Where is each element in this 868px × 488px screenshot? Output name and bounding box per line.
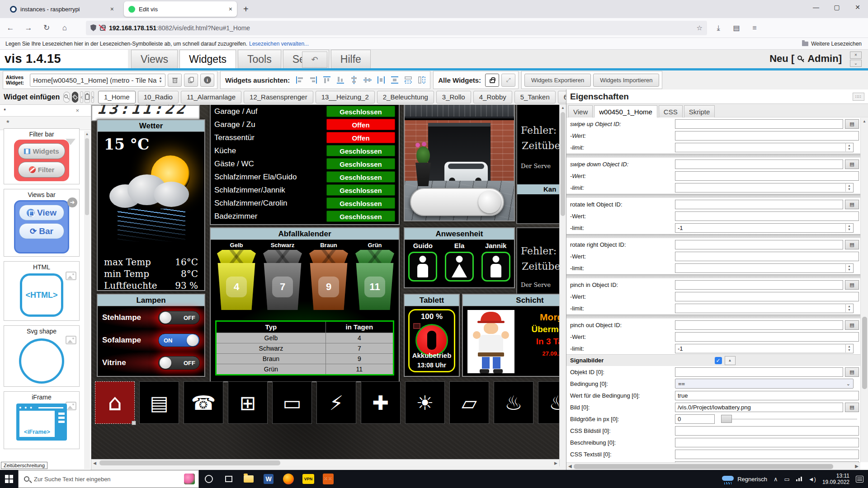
property-input[interactable] [675, 200, 843, 209]
lamp-toggle[interactable]: ON [158, 333, 200, 347]
dashboard-nav-tile[interactable]: ♨ [494, 381, 533, 424]
dashboard-nav-tile[interactable]: ▤ [139, 381, 179, 424]
taskbar-clock[interactable]: 13:11 19.09.2022 [822, 473, 849, 485]
paste-view-button[interactable] [85, 91, 90, 103]
back-icon[interactable]: ← [3, 21, 18, 35]
object-id-picker-button[interactable]: ▤ [845, 200, 859, 209]
tab-close-icon[interactable]: × [110, 5, 114, 13]
view-tab[interactable]: 3_Rollo [436, 91, 471, 103]
task-view-button[interactable] [219, 470, 239, 488]
widgets-export-button[interactable]: Widgets Exportieren [524, 74, 591, 87]
widget-card-iframe[interactable]: iFrame ● ● ● <iFrame> [4, 391, 80, 449]
downloads-icon[interactable]: ⤓ [712, 24, 725, 32]
canvas-horizontal-scrollbar[interactable]: ◀▶ [91, 459, 559, 466]
properties-tab[interactable]: Skripte [684, 105, 715, 117]
property-input[interactable] [675, 131, 859, 141]
property-input[interactable] [675, 438, 859, 447]
manage-bookmarks-link[interactable]: Lesezeichen verwalten... [249, 41, 309, 47]
panel-grip[interactable]: ∷∷ [853, 93, 864, 101]
lamp-toggle[interactable]: OFF [158, 311, 200, 324]
url-bar[interactable]: 192.168.178.151:8082/vis/edit.html?Neu#1… [86, 21, 707, 35]
start-button[interactable] [0, 475, 18, 483]
person-icon[interactable] [445, 252, 474, 282]
property-input[interactable] [675, 367, 843, 377]
panel-collapse-button[interactable]: ⌄ [850, 60, 862, 67]
view-tab[interactable]: 6 [558, 91, 566, 103]
distribute-vertical-icon[interactable] [389, 75, 400, 86]
cortana-button[interactable] [199, 470, 219, 488]
spinner-icon[interactable]: ▲▼ [845, 143, 853, 151]
property-select[interactable]: ==⌄ [675, 379, 854, 389]
dashboard-nav-tile[interactable]: ✚ [361, 381, 401, 424]
same-height-icon[interactable] [416, 75, 427, 86]
dashboard-nav-tile[interactable]: ☀ [405, 381, 445, 424]
dashboard-nav-tile[interactable]: ⊞ [228, 381, 268, 424]
object-id-picker-button[interactable]: ▤ [845, 320, 859, 330]
forward-icon[interactable]: → [21, 21, 36, 35]
object-id-picker-button[interactable]: ▤ [845, 403, 859, 412]
clear-filter-icon[interactable]: × [75, 107, 79, 114]
copy-widget-button[interactable] [184, 74, 198, 87]
lamp-toggle[interactable]: OFF [158, 356, 200, 370]
toggle-knob[interactable] [478, 191, 501, 213]
widget-info-button[interactable]: i [200, 74, 214, 87]
property-input[interactable] [675, 426, 859, 436]
search-widget-button[interactable] [63, 92, 70, 103]
property-input[interactable] [675, 240, 843, 249]
property-input[interactable] [675, 183, 854, 192]
spinner-icon[interactable]: ▲▼ [845, 304, 853, 312]
vis-menu-item[interactable]: Widgets [179, 50, 236, 68]
window-maximize-button[interactable]: ▢ [826, 0, 847, 15]
widget-card-html[interactable]: HTML <HTML> [4, 261, 80, 321]
spinner-icon[interactable]: ▲▼ [845, 263, 853, 272]
library-icon[interactable]: ▤ [730, 23, 743, 32]
property-input[interactable] [675, 171, 859, 181]
widget-filter-input[interactable]: * [4, 107, 75, 114]
door-status-badge[interactable]: Geschlossen [326, 171, 395, 183]
undo-button[interactable]: ↶ [302, 52, 327, 68]
properties-horizontal-scrollbar[interactable]: ◀▶ [566, 462, 860, 470]
weather-widget[interactable]: Wetter 15 °C max Temp16°C min Temp8°C Lu… [97, 119, 205, 291]
vpn-button[interactable]: VPN [298, 470, 318, 488]
view-tab[interactable]: 11_Alarmanlage [181, 91, 241, 103]
door-status-badge[interactable]: Geschlossen [326, 106, 395, 117]
object-id-picker-button[interactable]: ▤ [845, 367, 859, 377]
align-right-icon[interactable] [307, 75, 319, 86]
volume-icon[interactable]: ◄) [808, 476, 816, 483]
browser-tab-edit-vis[interactable]: Edit vis × [124, 1, 237, 17]
vis-menu-item[interactable]: Views [131, 50, 178, 68]
align-top-icon[interactable] [321, 75, 332, 86]
view-tab[interactable]: 13__Heizung_2 [316, 91, 375, 103]
next-view-button[interactable]: › [91, 91, 94, 103]
spinner-icon[interactable]: ▲▼ [845, 183, 853, 192]
object-id-picker-button[interactable]: ▤ [845, 119, 859, 129]
taskbar-weather[interactable]: Regnerisch [722, 475, 767, 483]
property-input[interactable] [675, 143, 854, 152]
other-bookmarks[interactable]: Weitere Lesezeichen [802, 41, 862, 47]
external-widgets-button[interactable]: ⤢ [501, 74, 515, 87]
view-tab[interactable]: 10_Radio [138, 91, 179, 103]
app-button[interactable]: ⁙⁙ [318, 470, 338, 488]
section-checkbox-checked[interactable]: ✓ [715, 357, 722, 364]
door-status-badge[interactable]: Geschlossen [326, 211, 395, 222]
file-explorer-button[interactable] [239, 470, 259, 488]
slider-track[interactable] [732, 419, 857, 419]
dashboard-nav-tile[interactable]: ☎ [184, 381, 223, 424]
firefox-button[interactable] [278, 470, 298, 488]
dashboard-nav-tile[interactable]: ♨ [538, 381, 559, 424]
insecure-lock-icon[interactable] [100, 27, 105, 31]
active-widget-select[interactable]: Home[w00450_1_Home] (metro - Tile Na ▲▼ [30, 74, 165, 87]
dashboard-nav-tile[interactable]: ▭ [272, 381, 312, 424]
property-input[interactable]: -1 [675, 344, 854, 353]
person-icon[interactable] [408, 252, 437, 282]
toggle-knob[interactable] [160, 312, 171, 324]
delete-widget-button[interactable] [168, 74, 182, 87]
property-input[interactable] [675, 160, 843, 169]
property-input[interactable] [675, 252, 859, 261]
widget-card-svg-shape[interactable]: Svg shape [4, 325, 80, 387]
property-input[interactable] [675, 450, 859, 459]
network-icon[interactable] [796, 477, 802, 481]
property-input[interactable]: -1 [675, 223, 854, 233]
widgets-import-button[interactable]: Widgets Importieren [593, 74, 659, 87]
property-input[interactable]: true [675, 391, 859, 400]
